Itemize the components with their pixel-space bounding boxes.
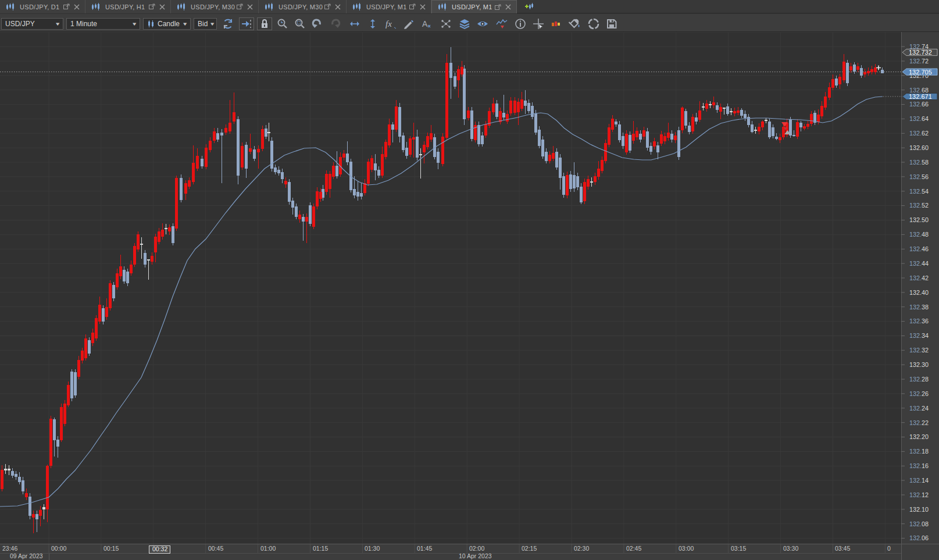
svg-text:132.732: 132.732 <box>909 49 932 56</box>
svg-text:132.60: 132.60 <box>909 144 929 151</box>
svg-text:02:45: 02:45 <box>626 545 641 552</box>
svg-text:03:15: 03:15 <box>731 545 746 552</box>
svg-text:00:00: 00:00 <box>51 545 66 552</box>
svg-text:01:00: 01:00 <box>260 545 276 552</box>
svg-text:02:30: 02:30 <box>574 545 589 552</box>
svg-text:03:45: 03:45 <box>835 545 850 552</box>
svg-text:132.66: 132.66 <box>909 101 929 108</box>
svg-text:23:46: 23:46 <box>2 545 17 552</box>
svg-text:132.64: 132.64 <box>909 115 929 122</box>
svg-text:132.42: 132.42 <box>909 274 929 281</box>
svg-text:03:30: 03:30 <box>783 545 798 552</box>
svg-text:132.26: 132.26 <box>909 390 929 397</box>
svg-text:132.40: 132.40 <box>909 289 929 296</box>
svg-text:132.16: 132.16 <box>909 462 929 469</box>
svg-text:01:15: 01:15 <box>313 545 328 552</box>
svg-text:00:15: 00:15 <box>103 545 119 552</box>
svg-text:132.14: 132.14 <box>909 477 929 484</box>
svg-text:132.50: 132.50 <box>909 216 929 223</box>
svg-text:132.24: 132.24 <box>909 405 929 412</box>
svg-text:09 Apr 2023: 09 Apr 2023 <box>10 552 43 559</box>
svg-text:132.44: 132.44 <box>909 260 929 267</box>
svg-text:02:00: 02:00 <box>469 545 484 552</box>
svg-text:132.34: 132.34 <box>909 332 929 339</box>
svg-text:132.72: 132.72 <box>909 58 929 65</box>
svg-text:03:00: 03:00 <box>679 545 694 552</box>
svg-text:A: A <box>422 19 428 28</box>
svg-text:01:45: 01:45 <box>417 545 432 552</box>
svg-text:10 Apr 2023: 10 Apr 2023 <box>459 552 492 559</box>
svg-text:02:15: 02:15 <box>522 545 537 552</box>
svg-text:132.68: 132.68 <box>909 87 929 94</box>
svg-text:01:30: 01:30 <box>365 545 380 552</box>
svg-text:132.10: 132.10 <box>909 506 929 513</box>
svg-text:132.38: 132.38 <box>909 304 929 311</box>
svg-text:132.705: 132.705 <box>909 69 932 76</box>
svg-text:132.32: 132.32 <box>909 347 929 354</box>
svg-text:132.46: 132.46 <box>909 245 929 252</box>
svg-text:132.08: 132.08 <box>909 520 929 527</box>
svg-text:132.20: 132.20 <box>909 433 929 440</box>
svg-text:132.36: 132.36 <box>909 318 929 324</box>
svg-text:fx: fx <box>385 19 392 28</box>
svg-text:132.22: 132.22 <box>909 419 929 426</box>
svg-text:00:45: 00:45 <box>208 545 223 552</box>
svg-text:132.52: 132.52 <box>909 202 929 209</box>
svg-text:132.671: 132.671 <box>909 93 932 100</box>
svg-text:132.28: 132.28 <box>909 376 929 383</box>
svg-text:132.48: 132.48 <box>909 231 929 238</box>
svg-text:132.56: 132.56 <box>909 173 929 180</box>
svg-text:132.54: 132.54 <box>909 188 929 195</box>
svg-text:0: 0 <box>887 545 891 552</box>
svg-text:132.30: 132.30 <box>909 361 929 368</box>
svg-text:132.06: 132.06 <box>909 534 929 541</box>
svg-text:132.62: 132.62 <box>909 130 929 137</box>
svg-text:00:32: 00:32 <box>152 545 167 552</box>
svg-text:132.18: 132.18 <box>909 448 929 455</box>
svg-text:132.12: 132.12 <box>909 491 929 498</box>
svg-text:132.58: 132.58 <box>909 159 929 166</box>
